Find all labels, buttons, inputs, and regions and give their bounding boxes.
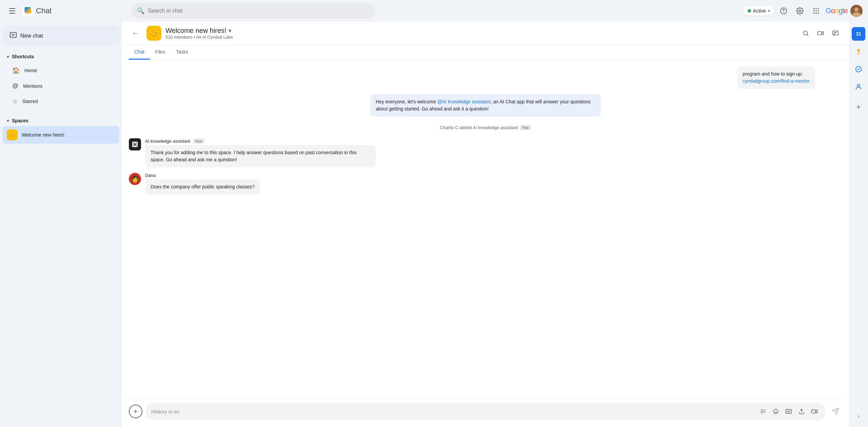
help-button[interactable] [777,4,790,18]
partial-message-bubble: program and how to sign up: cymbalgroup.… [737,66,815,89]
upload-button[interactable] [796,406,807,417]
message-input[interactable] [151,409,755,414]
contacts-button[interactable] [852,80,865,94]
blue-message-bubble: Hey everyone, let's welcome @AI knowledg… [370,94,601,117]
svg-point-22 [133,145,134,146]
calendar-button[interactable]: 31 [852,27,865,41]
svg-point-33 [857,84,860,87]
mentions-icon: @ [12,82,18,89]
dana-sender-label: Dana [145,173,842,178]
svg-point-23 [136,145,137,146]
apps-button[interactable] [809,4,823,18]
svg-point-24 [773,409,778,414]
svg-text:GIF: GIF [787,410,790,413]
threads-button[interactable] [829,26,842,40]
new-chat-label: New chat [20,33,43,39]
status-pill[interactable]: Active ▾ [744,6,774,16]
tasks-button[interactable] [852,62,865,76]
sidebar-item-starred[interactable]: ☆ Starred [3,94,119,108]
svg-point-2 [783,12,784,13]
back-button[interactable]: ← [129,26,142,40]
keep-button[interactable] [852,45,865,58]
tab-chat[interactable]: Chat [129,45,150,60]
expand-right-panel-button[interactable]: › [853,411,864,422]
topbar-left: Chat [5,4,127,18]
input-tools: GIF [757,406,820,417]
spaces-section-header[interactable]: ▾ Spaces [3,115,119,126]
space-header-emoji-icon: 🤝 [146,26,161,41]
add-button[interactable]: + [129,405,142,418]
svg-point-13 [854,7,859,12]
search-chat-button[interactable] [799,26,812,40]
add-app-button[interactable]: + [852,100,865,114]
tab-tasks[interactable]: Tasks [171,45,194,60]
gif-button[interactable]: GIF [783,406,794,417]
send-button[interactable] [829,405,842,418]
shortcuts-section-header[interactable]: ▾ Shortcuts [3,51,119,62]
svg-rect-15 [10,33,16,38]
chevron-down-icon: ▾ [7,118,9,123]
settings-button[interactable] [793,4,807,18]
search-input[interactable] [148,8,370,14]
star-icon: ☆ [12,98,18,105]
svg-point-20 [133,143,134,144]
home-icon: 🏠 [12,67,20,74]
message-input-box[interactable]: GIF [146,403,825,420]
partial-message-row: program and how to sign up: cymbalgroup.… [129,66,815,89]
mentions-label: Mentions [23,83,42,89]
svg-point-4 [815,8,817,9]
emoji-button[interactable] [770,406,781,417]
sidebar-item-welcome-new-hires[interactable]: 🤝 Welcome new hires! [3,126,119,144]
chat-main: ← 🤝 Welcome new hires! ▾ 510 members • A… [122,22,849,427]
space-header-info: Welcome new hires! ▾ 510 members • All o… [165,27,795,40]
space-meta: 510 members • All of Cymbal Labs [165,35,795,40]
svg-point-9 [813,13,815,14]
space-name[interactable]: Welcome new hires! ▾ [165,27,795,35]
active-dot-icon [748,9,751,13]
mention-ai-assistant[interactable]: @AI knowledge assistant [437,99,491,104]
menu-icon[interactable] [5,4,19,18]
new-chat-button[interactable]: New chat [3,26,119,46]
mentor-link[interactable]: cymbalgroup.com/find-a-mentor [743,78,810,84]
app-title: Chat [36,6,52,15]
chevron-down-icon: ▾ [229,27,231,34]
meet-button[interactable] [809,406,820,417]
svg-rect-17 [818,32,822,35]
svg-point-25 [775,411,775,411]
system-message: Charlie C added AI knowledge assistant A… [129,122,842,133]
right-sidebar: 31 + › [849,22,868,427]
messages-area: program and how to sign up: cymbalgroup.… [122,60,849,398]
sidebar: New chat ▾ Shortcuts 🏠 Home @ Mentions ☆… [0,22,122,427]
svg-point-10 [815,13,817,14]
avatar[interactable] [850,5,863,17]
chevron-down-icon: ▾ [7,54,9,59]
right-sidebar-bottom: › [853,411,864,422]
blue-message-row: Hey everyone, let's welcome @AI knowledg… [129,94,842,117]
space-item-label: Welcome new hires! [22,132,64,138]
svg-point-3 [813,8,815,9]
svg-point-5 [818,8,819,9]
dana-avatar: 👩 [129,173,141,185]
format-text-button[interactable] [757,406,768,417]
video-button[interactable] [814,26,827,40]
tab-files[interactable]: Files [150,45,171,60]
app-badge-ai: App [193,138,204,144]
shortcuts-label: Shortcuts [12,54,34,59]
chat-logo-icon [22,5,33,16]
spaces-label: Spaces [12,118,28,123]
search-icon: 🔍 [137,7,144,15]
topbar: Chat 🔍 Active ▾ Google [0,0,868,22]
starred-label: Starred [22,99,38,104]
svg-point-6 [813,10,815,12]
search-bar[interactable]: 🔍 [132,3,376,19]
spaces-section: ▾ Spaces 🤝 Welcome new hires! [3,115,119,144]
sidebar-item-home[interactable]: 🏠 Home [3,63,119,78]
sidebar-item-mentions[interactable]: @ Mentions [3,79,119,93]
ai-message-content: AI knowledge assistant App Thank you for… [145,138,842,167]
svg-point-7 [815,10,817,12]
input-row: + GIF [129,403,842,420]
chat-header: ← 🤝 Welcome new hires! ▾ 510 members • A… [122,22,849,45]
dana-message-row: 👩 Dana Does the company offer public spe… [129,173,842,195]
ai-avatar [129,138,141,150]
svg-point-31 [813,410,814,411]
